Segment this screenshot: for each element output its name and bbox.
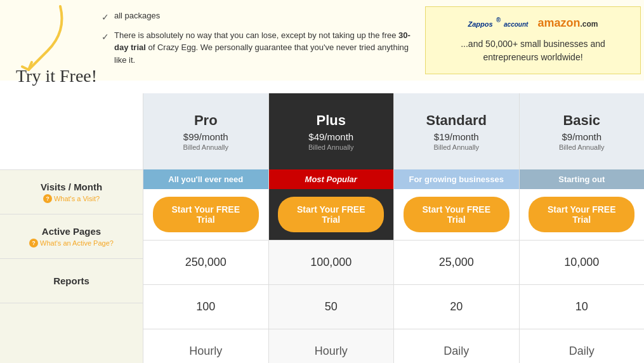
plus-price: $49/month	[308, 131, 353, 142]
pages-sub-text: What's an Active Page?	[40, 239, 114, 247]
pro-reports-freq: Hourly	[143, 329, 268, 363]
standard-reports-freq: Daily	[394, 329, 519, 363]
plus-header: Plus $49/month Billed Annually	[269, 93, 394, 169]
pro-cta-button[interactable]: Start Your FREE Trial	[153, 197, 259, 232]
try-free-label: Try it Free!	[16, 66, 111, 86]
pro-pages: 100	[143, 284, 268, 329]
amazon-logo: amazon.com	[537, 16, 598, 30]
standard-price: $19/month	[434, 131, 479, 142]
standard-cta-button[interactable]: Start Your FREE Trial	[404, 197, 509, 232]
visits-info-icon: ?	[43, 194, 52, 203]
sidebar-reports: Reports	[0, 258, 143, 303]
plan-pro: Pro $99/month Billed Annually All you'll…	[143, 93, 268, 363]
plus-pages: 50	[269, 284, 394, 329]
standard-name: Standard	[426, 112, 487, 129]
pro-price: $99/month	[183, 131, 228, 142]
standard-badge: For growing businesses	[394, 169, 519, 189]
standard-visits: 25,000	[394, 240, 519, 284]
check-text-packages: all packages	[114, 10, 160, 22]
standard-billing: Billed Annually	[433, 143, 479, 151]
guarantee-suffix: of Crazy Egg. We personally guarantee th…	[114, 43, 409, 65]
top-section: Try it Free! ✓ all packages ✓ There is a…	[0, 0, 644, 81]
sidebar-features	[0, 303, 143, 363]
pro-billing: Billed Annually	[183, 143, 228, 151]
guarantee-prefix: There is absolutely no way that you can …	[114, 30, 398, 40]
sidebar-labels: Visits / Month ? What's a Visit? Active …	[0, 93, 143, 363]
plan-basic: Basic $9/month Billed Annually Starting …	[519, 93, 645, 363]
pro-visits: 250,000	[143, 240, 268, 284]
basic-visits: 10,000	[520, 240, 645, 284]
arrow-icon	[10, 0, 86, 76]
brand-tagline: ...and 50,000+ small businesses and entr…	[438, 37, 628, 64]
zappos-logo: Zappos ® account	[468, 16, 529, 30]
basic-reports-freq: Daily	[520, 329, 645, 363]
basic-name: Basic	[563, 112, 600, 129]
plus-visits: 100,000	[269, 240, 394, 284]
pages-subtitle: ? What's an Active Page?	[29, 239, 114, 248]
right-content: Zappos ® account amazon.com ...and 50,00…	[425, 6, 641, 74]
standard-header: Standard $19/month Billed Annually	[394, 93, 519, 169]
basic-billing: Billed Annually	[559, 143, 605, 151]
arrow-decoration: Try it Free!	[10, 0, 111, 102]
plus-billing: Billed Annually	[308, 143, 354, 151]
visits-subtitle: ? What's a Visit?	[43, 194, 100, 203]
pro-name: Pro	[194, 112, 218, 129]
pricing-columns: Pro $99/month Billed Annually All you'll…	[143, 93, 644, 363]
check-item-packages: ✓ all packages	[102, 10, 412, 24]
plus-reports-freq: Hourly	[269, 329, 394, 363]
basic-badge: Starting out	[520, 169, 645, 189]
pro-header: Pro $99/month Billed Annually	[143, 93, 268, 169]
pro-badge: All you'll ever need	[143, 169, 268, 189]
plan-plus: Plus $49/month Billed Annually Most Popu…	[268, 93, 394, 363]
check-item-guarantee: ✓ There is absolutely no way that you ca…	[102, 29, 412, 67]
sidebar-spacer	[0, 93, 143, 169]
plus-name: Plus	[317, 112, 346, 129]
plus-badge: Most Popular	[269, 169, 394, 189]
brand-logos: Zappos ® account amazon.com	[468, 16, 598, 30]
sidebar-visits: Visits / Month ? What's a Visit?	[0, 169, 143, 214]
plan-standard: Standard $19/month Billed Annually For g…	[393, 93, 519, 363]
pages-info-icon: ?	[29, 239, 38, 248]
basic-price: $9/month	[562, 131, 601, 142]
plus-cta-button[interactable]: Start Your FREE Trial	[278, 197, 384, 232]
sidebar-pages: Active Pages ? What's an Active Page?	[0, 214, 143, 258]
guarantee-text: There is absolutely no way that you can …	[114, 29, 412, 67]
standard-pages: 20	[394, 284, 519, 329]
amazon-suffix: .com	[580, 20, 598, 29]
basic-cta-button[interactable]: Start Your FREE Trial	[529, 197, 634, 232]
amazon-name: amazon	[537, 16, 580, 29]
pricing-table: Visits / Month ? What's a Visit? Active …	[0, 81, 644, 363]
reports-title: Reports	[53, 275, 89, 286]
basic-header: Basic $9/month Billed Annually	[520, 93, 645, 169]
visits-title: Visits / Month	[41, 182, 102, 192]
pages-title: Active Pages	[42, 226, 101, 237]
zappos-name: Zappos	[468, 20, 493, 28]
basic-pages: 10	[520, 284, 645, 329]
visits-sub-text: What's a Visit?	[54, 195, 100, 202]
